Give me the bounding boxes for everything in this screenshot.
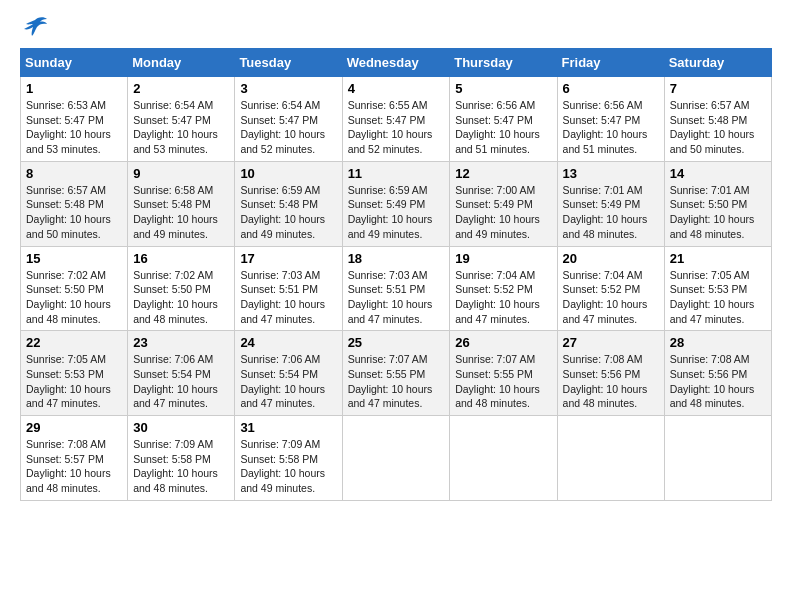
logo-bird-icon [22, 16, 48, 38]
calendar-table: SundayMondayTuesdayWednesdayThursdayFrid… [20, 48, 772, 501]
day-number: 3 [240, 81, 336, 96]
day-info: Sunrise: 6:57 AMSunset: 5:48 PMDaylight:… [670, 98, 766, 157]
day-info: Sunrise: 6:58 AMSunset: 5:48 PMDaylight:… [133, 183, 229, 242]
calendar-cell: 1Sunrise: 6:53 AMSunset: 5:47 PMDaylight… [21, 77, 128, 162]
day-number: 30 [133, 420, 229, 435]
day-number: 26 [455, 335, 551, 350]
calendar-cell: 15Sunrise: 7:02 AMSunset: 5:50 PMDayligh… [21, 246, 128, 331]
weekday-header: Monday [128, 49, 235, 77]
calendar-cell: 16Sunrise: 7:02 AMSunset: 5:50 PMDayligh… [128, 246, 235, 331]
day-info: Sunrise: 7:05 AMSunset: 5:53 PMDaylight:… [26, 352, 122, 411]
day-info: Sunrise: 6:54 AMSunset: 5:47 PMDaylight:… [133, 98, 229, 157]
calendar-cell: 14Sunrise: 7:01 AMSunset: 5:50 PMDayligh… [664, 161, 771, 246]
day-number: 2 [133, 81, 229, 96]
calendar-cell: 20Sunrise: 7:04 AMSunset: 5:52 PMDayligh… [557, 246, 664, 331]
calendar-cell: 29Sunrise: 7:08 AMSunset: 5:57 PMDayligh… [21, 416, 128, 501]
day-number: 8 [26, 166, 122, 181]
calendar-cell: 3Sunrise: 6:54 AMSunset: 5:47 PMDaylight… [235, 77, 342, 162]
calendar-cell [664, 416, 771, 501]
day-info: Sunrise: 6:59 AMSunset: 5:48 PMDaylight:… [240, 183, 336, 242]
weekday-header: Tuesday [235, 49, 342, 77]
day-number: 10 [240, 166, 336, 181]
weekday-header: Sunday [21, 49, 128, 77]
day-number: 27 [563, 335, 659, 350]
day-info: Sunrise: 6:59 AMSunset: 5:49 PMDaylight:… [348, 183, 445, 242]
day-info: Sunrise: 7:04 AMSunset: 5:52 PMDaylight:… [455, 268, 551, 327]
day-number: 12 [455, 166, 551, 181]
day-number: 9 [133, 166, 229, 181]
calendar-cell: 9Sunrise: 6:58 AMSunset: 5:48 PMDaylight… [128, 161, 235, 246]
day-number: 25 [348, 335, 445, 350]
calendar-cell: 10Sunrise: 6:59 AMSunset: 5:48 PMDayligh… [235, 161, 342, 246]
day-info: Sunrise: 7:08 AMSunset: 5:56 PMDaylight:… [670, 352, 766, 411]
day-info: Sunrise: 7:01 AMSunset: 5:49 PMDaylight:… [563, 183, 659, 242]
calendar-cell [342, 416, 450, 501]
calendar-cell: 27Sunrise: 7:08 AMSunset: 5:56 PMDayligh… [557, 331, 664, 416]
day-info: Sunrise: 7:03 AMSunset: 5:51 PMDaylight:… [240, 268, 336, 327]
day-info: Sunrise: 7:08 AMSunset: 5:56 PMDaylight:… [563, 352, 659, 411]
day-info: Sunrise: 7:06 AMSunset: 5:54 PMDaylight:… [133, 352, 229, 411]
weekday-header: Saturday [664, 49, 771, 77]
day-number: 14 [670, 166, 766, 181]
day-number: 29 [26, 420, 122, 435]
day-number: 6 [563, 81, 659, 96]
day-info: Sunrise: 7:06 AMSunset: 5:54 PMDaylight:… [240, 352, 336, 411]
calendar-header-row: SundayMondayTuesdayWednesdayThursdayFrid… [21, 49, 772, 77]
calendar-cell: 22Sunrise: 7:05 AMSunset: 5:53 PMDayligh… [21, 331, 128, 416]
day-number: 13 [563, 166, 659, 181]
calendar-cell: 17Sunrise: 7:03 AMSunset: 5:51 PMDayligh… [235, 246, 342, 331]
day-number: 28 [670, 335, 766, 350]
calendar-cell: 2Sunrise: 6:54 AMSunset: 5:47 PMDaylight… [128, 77, 235, 162]
day-number: 4 [348, 81, 445, 96]
day-info: Sunrise: 6:53 AMSunset: 5:47 PMDaylight:… [26, 98, 122, 157]
day-number: 21 [670, 251, 766, 266]
calendar-cell [450, 416, 557, 501]
day-number: 22 [26, 335, 122, 350]
logo [20, 20, 48, 38]
calendar-cell: 6Sunrise: 6:56 AMSunset: 5:47 PMDaylight… [557, 77, 664, 162]
calendar-cell: 12Sunrise: 7:00 AMSunset: 5:49 PMDayligh… [450, 161, 557, 246]
day-info: Sunrise: 7:02 AMSunset: 5:50 PMDaylight:… [133, 268, 229, 327]
calendar-cell: 5Sunrise: 6:56 AMSunset: 5:47 PMDaylight… [450, 77, 557, 162]
day-info: Sunrise: 7:09 AMSunset: 5:58 PMDaylight:… [133, 437, 229, 496]
calendar-cell: 23Sunrise: 7:06 AMSunset: 5:54 PMDayligh… [128, 331, 235, 416]
day-info: Sunrise: 6:55 AMSunset: 5:47 PMDaylight:… [348, 98, 445, 157]
day-number: 11 [348, 166, 445, 181]
calendar-cell [557, 416, 664, 501]
day-info: Sunrise: 7:01 AMSunset: 5:50 PMDaylight:… [670, 183, 766, 242]
day-info: Sunrise: 6:56 AMSunset: 5:47 PMDaylight:… [563, 98, 659, 157]
calendar-cell: 25Sunrise: 7:07 AMSunset: 5:55 PMDayligh… [342, 331, 450, 416]
calendar-cell: 24Sunrise: 7:06 AMSunset: 5:54 PMDayligh… [235, 331, 342, 416]
day-info: Sunrise: 6:56 AMSunset: 5:47 PMDaylight:… [455, 98, 551, 157]
day-number: 1 [26, 81, 122, 96]
calendar-cell: 21Sunrise: 7:05 AMSunset: 5:53 PMDayligh… [664, 246, 771, 331]
day-info: Sunrise: 7:04 AMSunset: 5:52 PMDaylight:… [563, 268, 659, 327]
weekday-header: Wednesday [342, 49, 450, 77]
calendar-cell: 7Sunrise: 6:57 AMSunset: 5:48 PMDaylight… [664, 77, 771, 162]
calendar-cell: 28Sunrise: 7:08 AMSunset: 5:56 PMDayligh… [664, 331, 771, 416]
day-number: 5 [455, 81, 551, 96]
day-number: 19 [455, 251, 551, 266]
day-number: 31 [240, 420, 336, 435]
calendar-cell: 4Sunrise: 6:55 AMSunset: 5:47 PMDaylight… [342, 77, 450, 162]
day-number: 16 [133, 251, 229, 266]
day-number: 24 [240, 335, 336, 350]
calendar-cell: 13Sunrise: 7:01 AMSunset: 5:49 PMDayligh… [557, 161, 664, 246]
day-info: Sunrise: 7:03 AMSunset: 5:51 PMDaylight:… [348, 268, 445, 327]
calendar-cell: 26Sunrise: 7:07 AMSunset: 5:55 PMDayligh… [450, 331, 557, 416]
day-info: Sunrise: 6:57 AMSunset: 5:48 PMDaylight:… [26, 183, 122, 242]
day-info: Sunrise: 6:54 AMSunset: 5:47 PMDaylight:… [240, 98, 336, 157]
day-number: 23 [133, 335, 229, 350]
calendar-cell: 11Sunrise: 6:59 AMSunset: 5:49 PMDayligh… [342, 161, 450, 246]
weekday-header: Thursday [450, 49, 557, 77]
day-info: Sunrise: 7:08 AMSunset: 5:57 PMDaylight:… [26, 437, 122, 496]
day-number: 18 [348, 251, 445, 266]
weekday-header: Friday [557, 49, 664, 77]
calendar-cell: 18Sunrise: 7:03 AMSunset: 5:51 PMDayligh… [342, 246, 450, 331]
day-number: 15 [26, 251, 122, 266]
calendar-cell: 19Sunrise: 7:04 AMSunset: 5:52 PMDayligh… [450, 246, 557, 331]
day-info: Sunrise: 7:05 AMSunset: 5:53 PMDaylight:… [670, 268, 766, 327]
day-number: 20 [563, 251, 659, 266]
day-info: Sunrise: 7:07 AMSunset: 5:55 PMDaylight:… [455, 352, 551, 411]
day-number: 17 [240, 251, 336, 266]
